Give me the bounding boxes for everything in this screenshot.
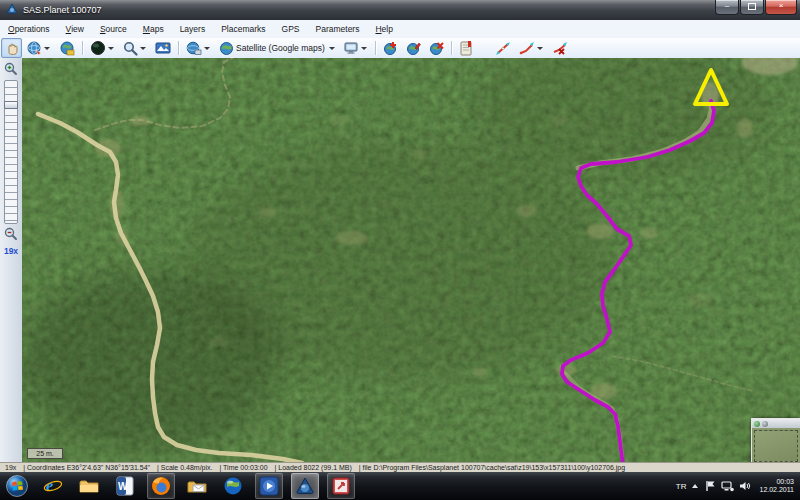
google-earth-icon [223, 476, 243, 496]
firefox-icon [151, 476, 171, 496]
toolbar-separator [375, 41, 376, 55]
clock-date: 12.02.2011 [759, 486, 794, 494]
placemark-manager-button[interactable] [456, 38, 476, 58]
clock-time: 00:03 [759, 478, 794, 486]
zoom-slider[interactable] [4, 80, 18, 224]
dropdown-arrow-icon[interactable] [329, 47, 335, 50]
map-viewport[interactable]: 25 m. [22, 58, 800, 462]
dropdown-arrow-icon[interactable] [44, 47, 50, 50]
title-bar: SAS.Planet 100707 – × [0, 0, 800, 20]
status-zoom: 19x [5, 464, 16, 471]
forest-clearing [412, 150, 428, 160]
menu-view[interactable]: View [58, 22, 92, 36]
desktop: SAS.Planet 100707 – × Operations View So… [0, 0, 800, 500]
placemark-delete-button[interactable] [426, 38, 447, 58]
taskbar-media-player[interactable] [255, 473, 283, 499]
menu-maps[interactable]: Maps [135, 22, 172, 36]
previous-extent-button[interactable] [56, 38, 78, 58]
toolbar: Satellite (Google maps) [0, 38, 800, 59]
toolbar-separator [178, 41, 179, 55]
hidden-icons-arrow-icon[interactable] [692, 484, 698, 488]
taskbar-internet-explorer[interactable]: e [39, 473, 67, 499]
taskbar-red-graphics-app[interactable] [327, 473, 355, 499]
placemark-edit-icon [406, 41, 421, 56]
forest-clearing [330, 115, 350, 125]
minimap-navigator[interactable] [751, 418, 800, 462]
menu-source[interactable]: Source [92, 22, 135, 36]
placemark-edit-button[interactable] [403, 38, 424, 58]
zoom-in-button[interactable] [3, 61, 18, 80]
network-mode-globe-icon [186, 41, 202, 56]
taskbar-windows-explorer[interactable] [75, 473, 103, 499]
forest-clearing [209, 337, 227, 347]
pan-hand-button[interactable] [1, 38, 22, 58]
measure-length-button[interactable] [492, 38, 514, 58]
measure-length-ruler-icon [495, 41, 511, 56]
placemark-manager-icon [459, 41, 473, 56]
map-scale-indicator: 25 m. [27, 448, 63, 459]
dark-globe-icon [90, 40, 106, 56]
start-button[interactable] [3, 473, 31, 499]
globe-view-button[interactable] [87, 38, 118, 58]
network-icon[interactable] [721, 480, 734, 492]
measure-path-ruler-icon [519, 41, 535, 56]
menu-parameters[interactable]: Parameters [308, 22, 368, 36]
taskbar-sasplanet[interactable] [291, 473, 319, 499]
measure-path-button[interactable] [516, 38, 547, 58]
menu-layers[interactable]: Layers [172, 22, 214, 36]
maximize-button[interactable] [740, 0, 764, 15]
taskbar-word[interactable]: W [111, 473, 139, 499]
status-time: | Time 00:03:00 [219, 464, 267, 471]
menu-placemarks[interactable]: Placemarks [213, 22, 273, 36]
menu-operations[interactable]: Operations [0, 22, 58, 36]
red-app-icon [331, 476, 351, 496]
minimap-extent-rect[interactable] [754, 430, 798, 462]
menu-help[interactable]: Help [367, 22, 400, 36]
satellite-map[interactable] [22, 58, 800, 462]
dropdown-arrow-icon[interactable] [204, 47, 210, 50]
maximize-icon [748, 3, 756, 10]
dropdown-arrow-icon[interactable] [361, 47, 367, 50]
forest-clearing [473, 367, 487, 377]
forest-clearing [640, 227, 658, 239]
window-title: SAS.Planet 100707 [23, 5, 102, 15]
minimize-button[interactable]: – [715, 0, 739, 15]
svg-text:e: e [46, 477, 53, 494]
close-button[interactable]: × [765, 0, 797, 15]
display-mode-button[interactable] [341, 38, 371, 58]
forest-clearing [737, 118, 753, 138]
map-type-combo[interactable]: Satellite (Google maps) [216, 38, 339, 58]
measure-clear-button[interactable] [549, 38, 571, 58]
system-tray: TR 00:03 12.02.2011 [676, 472, 798, 500]
taskbar-clock[interactable]: 00:03 12.02.2011 [759, 478, 794, 494]
dropdown-arrow-icon[interactable] [140, 47, 146, 50]
network-mode-button[interactable] [183, 38, 214, 58]
zoom-selection-button[interactable] [24, 38, 54, 58]
start-orb-icon [5, 474, 29, 498]
minimap-settings-icon[interactable] [762, 421, 768, 427]
dropdown-arrow-icon[interactable] [108, 47, 114, 50]
measure-clear-ruler-icon [552, 41, 568, 56]
taskbar: e W TR [0, 472, 800, 500]
toolbar-separator [451, 41, 452, 55]
status-coordinates: | Coordinates E36°2'4.63" N36°15'31.54" [23, 464, 150, 471]
snapshot-button[interactable] [152, 38, 174, 58]
action-center-flag-icon[interactable] [705, 480, 716, 492]
zoom-slider-thumb[interactable] [4, 101, 18, 109]
taskbar-firefox[interactable] [147, 473, 175, 499]
status-tile-file: | file D:\Program Files\Sasplanet 100707… [359, 464, 625, 471]
zoom-out-icon [3, 226, 18, 241]
minimap-globe-icon[interactable] [754, 421, 760, 427]
zoom-out-button[interactable] [3, 226, 18, 245]
placemark-add-button[interactable] [380, 38, 401, 58]
snapshot-image-icon [155, 41, 171, 55]
taskbar-mail-client[interactable] [183, 473, 211, 499]
taskbar-google-earth[interactable] [219, 473, 247, 499]
status-loaded: | Loaded 8022 (99.1 MB) [275, 464, 352, 471]
search-button[interactable] [120, 38, 150, 58]
speaker-icon[interactable] [739, 480, 751, 492]
dropdown-arrow-icon[interactable] [537, 47, 543, 50]
language-indicator[interactable]: TR [676, 482, 687, 491]
minimap-header [752, 419, 800, 428]
menu-gps[interactable]: GPS [274, 22, 308, 36]
